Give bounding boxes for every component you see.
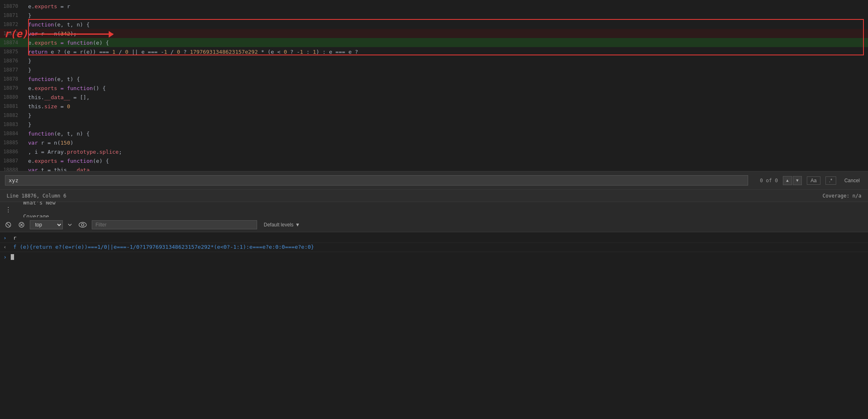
match-case-button[interactable]: Aa	[807, 176, 820, 185]
line-number: 18878	[0, 76, 25, 82]
search-bar: 0 of 0 ▲ ▼ Aa .* Cancel	[0, 171, 868, 189]
coverage-status: Coverage: n/a	[823, 193, 861, 199]
console-input-r: › r	[0, 234, 868, 243]
caret-icon: ›	[3, 254, 7, 260]
line-content: function(e, t, n) {	[25, 21, 868, 28]
console-new-input[interactable]: ›	[0, 252, 868, 262]
line-number: 18886	[0, 149, 25, 155]
devtools-menu-icon[interactable]: ⋮	[3, 204, 13, 215]
code-lines: 18870 e.exports = r18871}18872function(e…	[0, 2, 868, 171]
levels-label: Default levels	[264, 222, 293, 228]
context-select[interactable]: top	[30, 220, 63, 229]
code-line: 18883}	[0, 120, 868, 129]
line-content: e.exports = function(e) {	[25, 158, 868, 164]
code-line: 18877}	[0, 65, 868, 74]
input-prompt: ›	[3, 235, 10, 241]
line-content: this.__data__ = [],	[25, 94, 868, 100]
editor-area: r(e) 18870 e.exports = r18871}18872funct…	[0, 0, 868, 202]
line-content: }	[25, 121, 868, 128]
line-number: 18877	[0, 67, 25, 73]
code-line: 18884function(e, t, n) {	[0, 129, 868, 138]
code-line: 18885 var r = n(150)	[0, 138, 868, 147]
search-prev-button[interactable]: ▲	[783, 176, 792, 185]
line-number: 18870	[0, 3, 25, 9]
output-arrow: ‹	[3, 244, 10, 250]
line-content: }	[25, 58, 868, 64]
arrow-line	[31, 33, 113, 35]
code-line: 18874 e.exports = function(e) {	[0, 38, 868, 47]
code-line: 18888 var t = this.__data__	[0, 165, 868, 171]
line-number: 18879	[0, 85, 25, 91]
cursor-position: Line 18876, Column 6	[7, 193, 67, 199]
stop-logging-button[interactable]	[17, 220, 26, 230]
line-content: var t = this.__data__	[25, 167, 868, 171]
line-number: 18887	[0, 158, 25, 164]
code-line: 18882 }	[0, 111, 868, 120]
line-content: return e ? (e = r(e)) === 1 / 0 || e ===…	[25, 49, 868, 55]
code-line: 18871}	[0, 11, 868, 20]
line-number: 18874	[0, 40, 25, 45]
code-line: 18873 var r = n(342);	[0, 29, 868, 38]
code-line: 18878function(e, t) {	[0, 74, 868, 83]
line-content: e.exports = r	[25, 3, 868, 10]
console-result-value: f (e){return e?(e=r(e))===1/0||e===-1/0?…	[13, 244, 314, 250]
search-input[interactable]	[5, 175, 748, 186]
line-number: 18880	[0, 94, 25, 100]
line-number: 18872	[0, 21, 25, 27]
line-number: 18883	[0, 121, 25, 127]
line-content: , i = Array.prototype.splice;	[25, 149, 868, 155]
line-number: 18875	[0, 49, 25, 55]
console-toolbar: top Default levels ▼	[0, 217, 868, 232]
svg-point-5	[79, 222, 86, 227]
code-line: 18876 }	[0, 56, 868, 65]
line-content: e.exports = function() {	[25, 85, 868, 91]
search-next-button[interactable]: ▼	[793, 176, 802, 185]
line-number: 18884	[0, 131, 25, 136]
code-line: 18872function(e, t, n) {	[0, 20, 868, 29]
console-input-value: r	[13, 235, 17, 241]
code-line: 18875 return e ? (e = r(e)) === 1 / 0 ||…	[0, 47, 868, 56]
cancel-button[interactable]: Cancel	[841, 177, 863, 184]
line-content: function(e, t, n) {	[25, 131, 868, 137]
search-nav-arrows: ▲ ▼	[783, 176, 802, 185]
arrow-label-text: r(e)	[4, 28, 28, 40]
arrow-label: r(e)	[4, 28, 113, 40]
devtools-tabs: ⋮ ConsoleWhat's NewCoverageIssues	[0, 202, 868, 217]
code-line: 18880 this.__data__ = [],	[0, 93, 868, 102]
code-line: 18879 e.exports = function() {	[0, 83, 868, 93]
line-content: var r = n(150)	[25, 140, 868, 146]
eye-filter-button[interactable]	[77, 220, 88, 229]
line-content: e.exports = function(e) {	[25, 40, 868, 46]
console-area: top Default levels ▼ › r ‹ f (e){return …	[0, 217, 868, 419]
status-bar: Line 18876, Column 6 Coverage: n/a	[0, 189, 868, 202]
clear-console-button[interactable]	[3, 220, 13, 230]
line-number: 18881	[0, 103, 25, 109]
console-cursor	[11, 254, 14, 260]
line-content: var r = n(342);	[25, 31, 868, 37]
code-line: 18887 e.exports = function(e) {	[0, 156, 868, 165]
svg-point-6	[81, 224, 84, 226]
line-content: this.size = 0	[25, 103, 868, 110]
line-number: 18882	[0, 112, 25, 118]
regex-button[interactable]: .*	[825, 176, 836, 185]
levels-dropdown-icon: ▼	[295, 222, 300, 228]
levels-button[interactable]: Default levels ▼	[260, 220, 303, 229]
code-line: 18886 , i = Array.prototype.splice;	[0, 147, 868, 156]
line-number: 18876	[0, 58, 25, 64]
search-count: 0 of 0	[753, 178, 778, 183]
code-container[interactable]: r(e) 18870 e.exports = r18871}18872funct…	[0, 0, 868, 171]
svg-line-1	[7, 223, 10, 226]
line-content: function(e, t) {	[25, 76, 868, 82]
line-content: }	[25, 12, 868, 19]
line-content: }	[25, 112, 868, 119]
console-output-result: ‹ f (e){return e?(e=r(e))===1/0||e===-1/…	[0, 243, 868, 252]
code-line: 18881 this.size = 0	[0, 102, 868, 111]
line-number: 18888	[0, 167, 25, 171]
filter-input[interactable]	[92, 220, 257, 229]
console-output: › r ‹ f (e){return e?(e=r(e))===1/0||e==…	[0, 232, 868, 419]
line-number: 18871	[0, 12, 25, 18]
code-line: 18870 e.exports = r	[0, 2, 868, 11]
dropdown-arrow-icon	[66, 221, 74, 229]
line-content: }	[25, 67, 868, 73]
line-number: 18885	[0, 140, 25, 145]
